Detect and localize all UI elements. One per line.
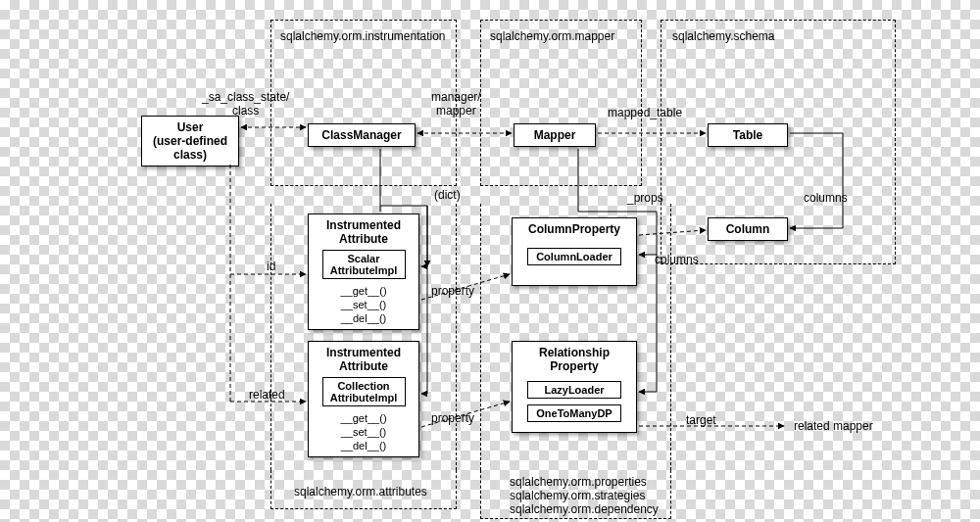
edge-mapped-table: mapped_table bbox=[608, 106, 682, 119]
box-column: Column bbox=[708, 217, 788, 241]
user-line2: (user-defined bbox=[148, 134, 232, 148]
m-get-1: __get__() bbox=[315, 285, 413, 299]
instr-attr-title-2: Instrumented Attribute bbox=[315, 346, 413, 373]
classmanager-label: ClassManager bbox=[321, 128, 401, 142]
box-relationship-property: Relationship Property LazyLoader OneToMa… bbox=[512, 341, 637, 433]
relprop-line2: Property bbox=[518, 359, 630, 373]
collection-attribute-impl: Collection AttributeImpl bbox=[322, 377, 406, 406]
region-properties-label1: sqlalchemy.orm.properties bbox=[510, 475, 647, 489]
edge-id: id bbox=[267, 260, 275, 273]
region-mapper bbox=[480, 20, 642, 186]
region-instrumentation-label: sqlalchemy.orm.instrumentation bbox=[280, 29, 446, 43]
edge-property-2: property bbox=[431, 411, 474, 425]
region-instrumentation bbox=[270, 20, 457, 186]
table-label: Table bbox=[733, 128, 762, 142]
m-del-1: __del__() bbox=[315, 312, 413, 326]
one-to-many-dp: OneToManyDP bbox=[527, 404, 622, 422]
box-instrumented-attr-2: Instrumented Attribute Collection Attrib… bbox=[308, 341, 419, 457]
edge-target: target bbox=[686, 413, 716, 427]
colprop-title: ColumnProperty bbox=[518, 222, 630, 236]
user-line1: User bbox=[148, 120, 232, 134]
edge-columns-cp: columns bbox=[655, 253, 699, 266]
m-get-2: __get__() bbox=[315, 412, 413, 426]
edge-related: related bbox=[249, 388, 285, 402]
edge-related-mapper: related mapper bbox=[794, 419, 873, 433]
edge-sa-class-state: _sa_class_state/ class bbox=[202, 90, 289, 118]
region-properties-label2: sqlalchemy.orm.strategies bbox=[510, 489, 646, 502]
column-loader: ColumnLoader bbox=[527, 248, 622, 265]
scalar-attribute-impl: Scalar AttributeImpl bbox=[322, 250, 406, 279]
mapper-label: Mapper bbox=[534, 128, 576, 142]
diagram: sqlalchemy.orm.instrumentation sqlalchem… bbox=[0, 0, 980, 522]
m-del-2: __del__() bbox=[315, 440, 413, 453]
m-set-2: __set__() bbox=[315, 426, 413, 440]
lazy-loader: LazyLoader bbox=[527, 381, 622, 399]
edge-columns-tbl: columns bbox=[804, 191, 848, 205]
instr-attr-title-1: Instrumented Attribute bbox=[315, 218, 413, 246]
region-schema-label: sqlalchemy.schema bbox=[672, 29, 774, 43]
region-properties-label3: sqlalchemy.orm.dependency bbox=[510, 502, 659, 516]
box-mapper: Mapper bbox=[514, 123, 596, 147]
box-column-property: ColumnProperty ColumnLoader bbox=[512, 217, 637, 286]
box-instrumented-attr-1: Instrumented Attribute Scalar AttributeI… bbox=[308, 214, 419, 330]
edge-manager-mapper: manager/ mapper bbox=[431, 90, 481, 118]
relprop-line1: Relationship bbox=[518, 346, 630, 359]
region-attributes-label: sqlalchemy.orm.attributes bbox=[294, 485, 427, 498]
column-label: Column bbox=[726, 222, 770, 236]
m-set-1: __set__() bbox=[315, 299, 413, 312]
instr-attr-methods-1: __get__() __set__() __del__() bbox=[315, 285, 413, 325]
box-table: Table bbox=[708, 123, 788, 147]
instr-attr-methods-2: __get__() __set__() __del__() bbox=[315, 412, 413, 452]
edge-props: _props bbox=[627, 191, 663, 205]
region-mapper-label: sqlalchemy.orm.mapper bbox=[490, 29, 614, 43]
edge-dict: (dict) bbox=[434, 188, 461, 202]
user-line3: class) bbox=[148, 148, 232, 162]
box-classmanager: ClassManager bbox=[308, 123, 416, 147]
edge-property-1: property bbox=[431, 284, 474, 298]
box-user: User (user-defined class) bbox=[141, 116, 239, 166]
